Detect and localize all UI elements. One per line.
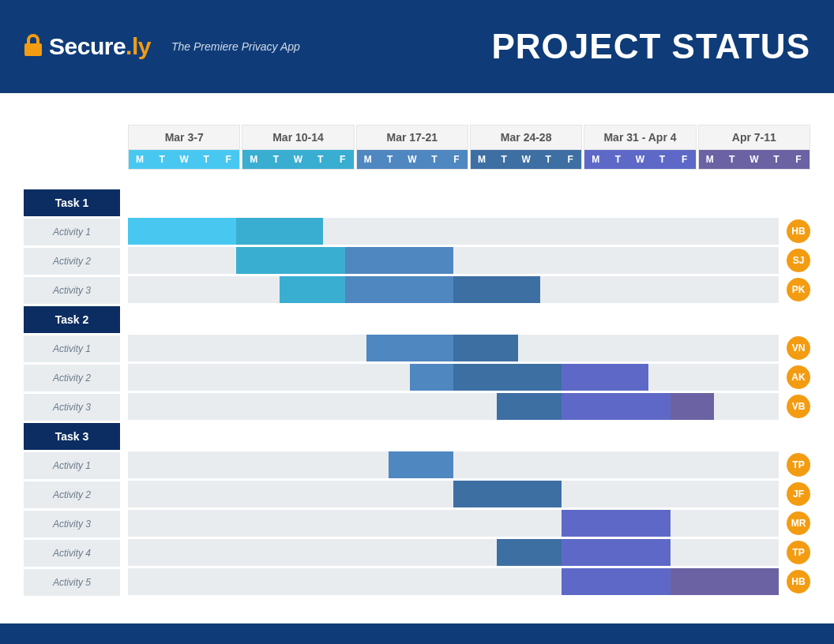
assignee-avatar[interactable]: VB (787, 395, 810, 418)
gantt-track (128, 247, 779, 274)
gantt-track (128, 510, 779, 537)
gantt-bar[interactable] (562, 510, 670, 537)
gantt-bar[interactable] (389, 451, 453, 478)
assignee-avatar[interactable]: JF (787, 482, 810, 506)
activity-label: Activity 4 (24, 540, 120, 567)
gantt-bar[interactable] (562, 539, 670, 566)
day-label: W (173, 150, 195, 169)
gantt-bar[interactable] (671, 393, 714, 420)
activity-label: Activity 1 (24, 219, 120, 245)
week-column: Mar 31 - Apr 4MTWTF (584, 125, 696, 170)
day-label: T (537, 150, 559, 169)
assignee-avatar[interactable]: TP (787, 541, 810, 564)
day-label: M (129, 150, 151, 169)
assignee-avatar[interactable]: AK (787, 365, 810, 389)
day-label: F (787, 150, 810, 169)
task-header: Task 3 (24, 423, 120, 450)
activity-label: Activity 1 (24, 452, 120, 479)
gantt-bar[interactable] (128, 218, 236, 245)
assignee-avatar[interactable]: PK (787, 278, 810, 301)
gantt-bar[interactable] (497, 393, 562, 420)
day-label: F (332, 150, 354, 169)
activity-label: Activity 2 (24, 248, 120, 275)
gantt-track (128, 276, 779, 303)
gantt-bar[interactable] (453, 335, 518, 361)
day-label: T (607, 150, 629, 169)
gantt-track (128, 481, 779, 507)
gantt-bar[interactable] (671, 568, 779, 595)
app-header: Secure.ly The Premiere Privacy App PROJE… (0, 0, 834, 93)
gantt-bar[interactable] (562, 568, 670, 595)
day-label: T (379, 150, 401, 169)
day-label: W (515, 150, 537, 169)
gantt-track (128, 364, 779, 391)
gantt-track (128, 218, 779, 245)
gantt-bar[interactable] (236, 218, 323, 245)
day-label: W (401, 150, 423, 169)
day-label: T (652, 150, 674, 169)
gantt-bar[interactable] (453, 276, 540, 303)
week-label: Mar 31 - Apr 4 (584, 125, 695, 150)
day-label: T (721, 150, 743, 169)
day-label: T (195, 150, 217, 169)
week-label: Mar 10-14 (242, 125, 353, 150)
assignee-avatar[interactable]: MR (787, 511, 810, 535)
gantt-bar[interactable] (345, 247, 453, 274)
week-column: Mar 24-28MTWTF (470, 125, 582, 170)
day-label: T (493, 150, 515, 169)
activity-label: Activity 5 (24, 569, 120, 596)
week-column: Mar 3-7MTWTF (128, 125, 240, 170)
assignee-avatar[interactable]: HB (787, 570, 810, 593)
activity-label: Activity 3 (24, 277, 120, 304)
assignee-avatar[interactable]: TP (787, 453, 810, 477)
timeline-header: Mar 3-7MTWTFMar 10-14MTWTFMar 17-21MTWTF… (128, 125, 810, 170)
day-label: W (287, 150, 309, 169)
day-label: M (584, 150, 607, 169)
day-label: T (310, 150, 332, 169)
gantt-bar[interactable] (345, 276, 453, 303)
footer-bar (0, 623, 834, 644)
day-label: M (242, 150, 265, 169)
activity-label: Activity 3 (24, 394, 120, 421)
gantt-bar[interactable] (453, 364, 562, 391)
activity-label: Activity 2 (24, 481, 120, 508)
gantt-bar[interactable] (497, 539, 562, 566)
activity-label: Activity 3 (24, 511, 120, 537)
gantt-chart: Task 1Activity 1Activity 2Activity 3Task… (0, 93, 834, 598)
day-label: F (559, 150, 581, 169)
page-title: PROJECT STATUS (491, 27, 810, 66)
activity-label: Activity 1 (24, 335, 120, 362)
week-column: Apr 7-11MTWTF (698, 125, 810, 170)
activity-label: Activity 2 (24, 365, 120, 391)
gantt-bar[interactable] (562, 393, 670, 420)
day-label: F (445, 150, 468, 169)
week-column: Mar 10-14MTWTF (242, 125, 354, 170)
week-label: Mar 3-7 (129, 125, 239, 150)
brand-name: Secure.ly (49, 33, 151, 60)
gantt-bar[interactable] (366, 335, 453, 361)
day-label: M (471, 150, 493, 169)
gantt-track (128, 568, 779, 595)
day-label: F (217, 150, 239, 169)
gantt-track (128, 451, 779, 478)
gantt-bar[interactable] (280, 276, 344, 303)
day-label: M (699, 150, 721, 169)
gantt-track (128, 335, 779, 361)
gantt-bar[interactable] (236, 247, 344, 274)
assignee-avatar[interactable]: HB (787, 219, 810, 243)
gantt-bar[interactable] (410, 364, 453, 391)
gantt-bar[interactable] (562, 364, 648, 391)
week-label: Apr 7-11 (699, 125, 810, 150)
week-column: Mar 17-21MTWTF (356, 125, 468, 170)
assignee-avatar[interactable]: VN (787, 336, 810, 360)
gantt-bar[interactable] (453, 481, 562, 507)
day-label: W (743, 150, 765, 169)
brand-part1: Secure (49, 33, 126, 59)
lock-icon (24, 34, 43, 59)
day-label: F (674, 150, 696, 169)
week-label: Mar 17-21 (357, 125, 468, 150)
day-label: T (423, 150, 445, 169)
assignee-avatar[interactable]: SJ (787, 249, 810, 272)
day-label: M (357, 150, 379, 169)
gantt-track (128, 539, 779, 566)
